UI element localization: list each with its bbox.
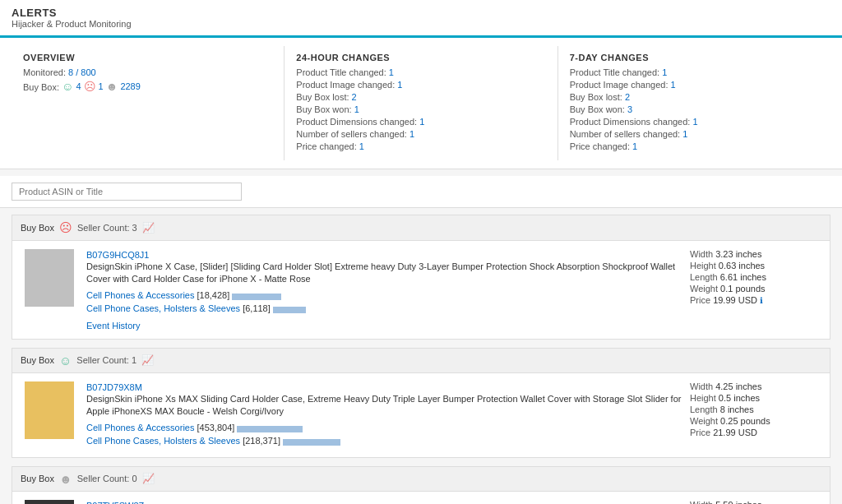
height-value: 0.5 inches	[719, 393, 760, 403]
product-info: B07TV5SW3Z DesignSkin iPhone X Sliding C…	[86, 500, 682, 504]
dim-length: Length 8 inches	[690, 405, 821, 414]
change-row: Buy Box won: 1	[296, 104, 545, 114]
cat2-link[interactable]: Cell Phone Cases, Holsters & Sleeves	[86, 303, 240, 313]
product-group: Buy Box ☹ Seller Count: 3 📈 B07G9HCQ8J1 …	[12, 215, 830, 340]
overview-section: OVERVIEW Monitored: 8 / 800 Buy Box: ☺4 …	[0, 38, 842, 169]
change-row: Price changed: 1	[296, 141, 545, 151]
happy-icon: ☺	[62, 80, 73, 93]
product-title: DesignSkin iPhone Xs MAX Sliding Card Ho…	[86, 393, 682, 418]
buybox-label: Buy Box	[21, 223, 54, 233]
product-group-header: Buy Box ☹ Seller Count: 3 📈	[12, 215, 830, 241]
search-bar-section	[0, 176, 842, 208]
width-value: 4.25 inches	[715, 381, 761, 391]
cat2-link[interactable]: Cell Phone Cases, Holsters & Sleeves	[86, 436, 240, 446]
change-row: Buy Box lost: 2	[296, 92, 545, 102]
price-info-icon[interactable]: ℹ	[760, 296, 763, 305]
change-row: Product Title changed: 1	[296, 67, 545, 77]
changes-7d-rows: Product Title changed: 1Product Image ch…	[570, 67, 819, 151]
change-label: Price changed:	[570, 141, 630, 151]
change-value[interactable]: 2	[625, 92, 630, 102]
change-value[interactable]: 1	[662, 67, 667, 77]
dim-height: Height 0.5 inches	[690, 393, 821, 403]
buybox-label: Buy Box	[21, 355, 54, 365]
overview-panel: OVERVIEW Monitored: 8 / 800 Buy Box: ☺4 …	[12, 46, 285, 160]
monitored-value[interactable]: 8 / 800	[68, 67, 96, 77]
product-asin-link[interactable]: B07TV5SW3Z	[86, 501, 144, 504]
product-group-header: Buy Box ☺ Seller Count: 1 📈	[12, 349, 830, 373]
change-row: Product Title changed: 1	[570, 67, 819, 77]
seller-count-label: Seller Count: 3	[77, 223, 137, 233]
buybox-neutral-icon: ☻	[59, 472, 72, 486]
width-label: Width	[690, 249, 713, 259]
change-value[interactable]: 1	[354, 104, 359, 114]
chart-icon[interactable]: 📈	[142, 222, 155, 234]
page-title: ALERTS	[12, 7, 830, 19]
product-cat2: Cell Phone Cases, Holsters & Sleeves [21…	[86, 436, 682, 446]
product-dims: Width 5.59 inches Height 0.79 inches Len…	[690, 500, 821, 504]
changes-7d-title: 7-DAY CHANGES	[570, 53, 819, 62]
change-value[interactable]: 1	[397, 80, 402, 90]
change-value[interactable]: 1	[409, 129, 414, 139]
buybox-row: Buy Box: ☺4 ☹1 ☻2289	[23, 80, 272, 93]
width-label: Width	[690, 500, 713, 504]
buybox-sad-count[interactable]: 1	[99, 81, 104, 91]
weight-value: 0.1 pounds	[720, 284, 765, 294]
dim-width: Width 4.25 inches	[690, 381, 821, 391]
change-label: Price changed:	[296, 141, 356, 151]
price-label: Price	[690, 295, 710, 305]
weight-label: Weight	[690, 284, 718, 294]
width-value: 3.23 inches	[715, 249, 761, 259]
monitored-label: Monitored:	[23, 67, 66, 77]
dim-weight: Weight 0.25 pounds	[690, 416, 821, 426]
cat1-link[interactable]: Cell Phones & Accessories	[86, 290, 194, 300]
cat2-rank: [6,118]	[243, 303, 271, 313]
dim-width: Width 5.59 inches	[690, 500, 821, 504]
buybox-neutral-count[interactable]: 2289	[120, 81, 140, 91]
change-row: Buy Box lost: 2	[570, 92, 819, 102]
change-value[interactable]: 1	[419, 117, 424, 127]
cat1-rank: [18,428]	[197, 290, 230, 300]
product-dims: Width 4.25 inches Height 0.5 inches Leng…	[690, 381, 821, 449]
change-value[interactable]: 1	[682, 129, 687, 139]
change-value[interactable]: 1	[389, 67, 394, 77]
change-value[interactable]: 1	[692, 117, 697, 127]
dim-price: Price 21.99 USD	[690, 428, 821, 437]
change-row: Product Image changed: 1	[296, 80, 545, 90]
change-value[interactable]: 3	[627, 104, 632, 114]
cat1-link[interactable]: Cell Phones & Accessories	[86, 423, 194, 432]
buybox-sad-icon: ☹	[59, 220, 72, 235]
change-row: Product Dimensions changed: 1	[570, 117, 819, 127]
changes-24h-rows: Product Title changed: 1Product Image ch…	[296, 67, 545, 151]
change-value[interactable]: 1	[359, 141, 364, 151]
buybox-label: Buy Box	[21, 474, 54, 483]
rank-bar2-container	[273, 304, 306, 314]
buybox-icons: ☺4 ☹1 ☻2289	[62, 80, 141, 93]
search-input[interactable]	[12, 183, 242, 201]
change-value[interactable]: 1	[671, 80, 676, 90]
dim-length: Length 6.61 inches	[690, 272, 821, 282]
change-value[interactable]: 1	[632, 141, 637, 151]
neutral-icon: ☻	[106, 80, 118, 93]
changes-24h-panel: 24-HOUR CHANGES Product Title changed: 1…	[285, 46, 557, 160]
buybox-happy-count[interactable]: 4	[76, 81, 81, 91]
changes-24h-title: 24-HOUR CHANGES	[296, 53, 545, 62]
product-asin-link[interactable]: B07G9HCQ8J1	[86, 250, 149, 260]
event-history-link[interactable]: Event History	[86, 321, 682, 331]
height-value: 0.63 inches	[719, 261, 765, 270]
change-value[interactable]: 2	[352, 92, 357, 102]
changes-7d-panel: 7-DAY CHANGES Product Title changed: 1Pr…	[558, 46, 830, 160]
dim-width: Width 3.23 inches	[690, 249, 821, 259]
product-asin-title: B07TV5SW3Z	[86, 500, 682, 504]
change-row: Product Dimensions changed: 1	[296, 117, 545, 127]
rank-bar1-container	[232, 291, 281, 301]
page-subtitle: Hijacker & Product Monitoring	[12, 19, 830, 29]
length-value: 6.61 inches	[720, 272, 766, 282]
change-label: Product Dimensions changed:	[570, 117, 691, 127]
price-value: 19.99 USD	[713, 295, 757, 305]
chart-icon[interactable]: 📈	[141, 354, 154, 366]
seller-count-label: Seller Count: 1	[76, 355, 136, 365]
rank-bar2	[283, 439, 340, 446]
dim-height: Height 0.63 inches	[690, 261, 821, 270]
product-asin-link[interactable]: B07JD79X8M	[86, 382, 142, 392]
chart-icon[interactable]: 📈	[142, 473, 155, 484]
